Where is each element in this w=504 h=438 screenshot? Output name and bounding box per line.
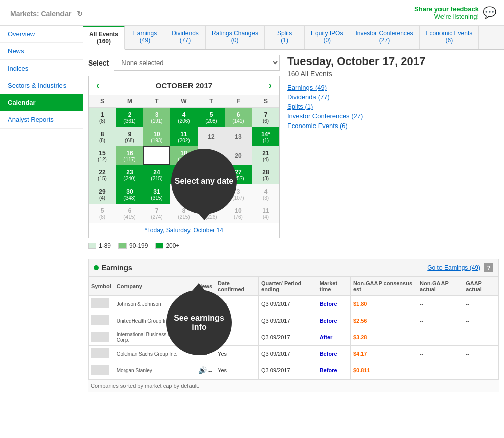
calendar-cell[interactable]: 7(274): [143, 204, 170, 223]
left-panel: Select None selected ‹ OCTOBER 2017 ›: [88, 55, 280, 254]
tab-earnings[interactable]: Earnings (49): [125, 26, 165, 49]
refresh-icon[interactable]: ↻: [77, 10, 83, 18]
calendar-cell[interactable]: 11(202): [170, 127, 198, 146]
sidebar-item-analyst[interactable]: Analyst Reports: [0, 111, 83, 129]
today-link[interactable]: *Today, Saturday, October 14: [145, 227, 223, 234]
legend-box-low: [88, 243, 96, 249]
economic-events-link[interactable]: Economic Events (6): [287, 122, 499, 130]
calendar-cell[interactable]: 22(15): [89, 165, 116, 184]
green-dot-icon: [94, 265, 99, 270]
calendar-cell[interactable]: 6(415): [116, 204, 143, 223]
calendar-cell[interactable]: 12: [198, 127, 225, 146]
sidebar-item-news[interactable]: News: [0, 43, 83, 60]
tab-all-events[interactable]: All Events (160): [83, 26, 125, 50]
quarter-cell: Q3 09/2017: [259, 346, 317, 362]
calendar-cell[interactable]: 23(240): [116, 165, 143, 184]
sidebar-item-sectors[interactable]: Sectors & Industries: [0, 77, 83, 94]
symbol-cell: [89, 296, 114, 312]
calendar-cell[interactable]: 6(141): [225, 108, 252, 127]
col-symbol: Symbol: [89, 277, 114, 296]
calendar-cell[interactable]: 1(8): [89, 108, 116, 127]
calendar-cell[interactable]: 7(6): [252, 108, 279, 127]
day-header-thu: T: [198, 95, 225, 108]
legend-item-low: 1-89: [88, 242, 111, 249]
calendar-cell[interactable]: 10(193): [143, 127, 170, 146]
select-label: Select: [88, 59, 109, 67]
col-confirmed: Date confirmed: [215, 277, 259, 296]
table-row: Johnson & Johnson 🔊 -- Yes Q3 09/2017 Be…: [89, 296, 499, 312]
market-cell: Before: [317, 296, 350, 312]
main-content: All Events (160) Earnings (49) Dividends…: [83, 26, 504, 397]
col-quarter: Quarter/ Period ending: [259, 277, 317, 296]
earnings-link[interactable]: Earnings (49): [287, 84, 499, 91]
table-row: Goldman Sachs Group Inc. -- Yes Q3 09/20…: [89, 346, 499, 362]
earnings-info-tooltip: See earnings info: [166, 290, 232, 355]
calendar-cell[interactable]: 24(215): [143, 165, 170, 184]
calendar-cell[interactable]: 5(8): [89, 204, 116, 223]
tab-equity-ipos[interactable]: Equity IPOs (0): [305, 26, 349, 49]
calendar-cell[interactable]: 31(315): [143, 184, 170, 204]
page-header: Markets: Calendar ↻ Share your feedback …: [0, 0, 504, 26]
nongaap-cell: --: [417, 296, 463, 312]
calendar-cell[interactable]: 21(4): [252, 146, 279, 165]
consensus-cell: $3.28: [350, 329, 417, 346]
calendar-cell[interactable]: 14*(1): [252, 127, 279, 146]
market-cell: After: [317, 329, 350, 346]
calendar-cell[interactable]: 29(4): [89, 184, 116, 204]
col-market: Market time: [317, 277, 350, 296]
gaap-cell: --: [463, 346, 499, 362]
tab-ratings-changes[interactable]: Ratings Changes (0): [206, 26, 265, 49]
day-header-tue: T: [143, 95, 170, 108]
quarter-cell: Q3 09/2017: [259, 329, 317, 346]
calendar-cell[interactable]: 8(8): [89, 127, 116, 146]
sidebar-item-calendar[interactable]: Calendar: [0, 94, 83, 111]
dividends-link[interactable]: Dividends (77): [287, 93, 499, 101]
nongaap-cell: --: [417, 346, 463, 362]
calendar-cell[interactable]: 3(191): [143, 108, 170, 127]
col-nongaap: Non-GAAP actual: [417, 277, 463, 296]
tab-splits[interactable]: Splits (1): [265, 26, 305, 49]
gaap-cell: --: [463, 362, 499, 379]
calendar-cell[interactable]: 4(206): [170, 108, 198, 127]
calendar-cell[interactable]: 16(117): [116, 146, 143, 165]
help-button[interactable]: ?: [484, 263, 493, 272]
prev-month-button[interactable]: ‹: [96, 80, 99, 91]
next-month-button[interactable]: ›: [269, 80, 272, 91]
calendar-cell[interactable]: 4(3): [252, 184, 279, 204]
news-val: --: [208, 368, 212, 374]
feedback-button[interactable]: Share your feedback We're listening! 💬: [414, 5, 496, 20]
sidebar: Overview News Indices Sectors & Industri…: [0, 26, 83, 397]
calendar-cell[interactable]: 5(208): [198, 108, 225, 127]
sidebar-item-indices[interactable]: Indices: [0, 60, 83, 77]
calendar-cell[interactable]: 10(76): [225, 204, 252, 223]
tab-economic-events[interactable]: Economic Events (6): [420, 26, 479, 49]
calendar-grid: S M T W T F S: [89, 95, 279, 108]
legend-box-mid: [118, 243, 127, 249]
select-row: Select None selected: [88, 55, 280, 71]
symbol-cell: [89, 329, 114, 346]
gaap-cell: --: [463, 329, 499, 346]
market-cell: Before: [317, 312, 350, 329]
tab-dividends[interactable]: Dividends (77): [165, 26, 206, 49]
content-area: Select None selected ‹ OCTOBER 2017 ›: [83, 50, 504, 259]
calendar-cell[interactable]: 28(3): [252, 165, 279, 184]
investor-conferences-link[interactable]: Investor Conferences (27): [287, 112, 499, 120]
go-to-earnings-link[interactable]: Go to Earnings (49): [427, 264, 480, 271]
symbol-cell: [89, 312, 114, 329]
calendar-cell[interactable]: 9(68): [116, 127, 143, 146]
calendar-cell[interactable]: 11(4): [252, 204, 279, 223]
calendar-footer: *Today, Saturday, October 14: [89, 223, 279, 238]
calendar-cell[interactable]: 13: [225, 127, 252, 146]
splits-link[interactable]: Splits (1): [287, 103, 499, 110]
day-header-wed: W: [170, 95, 198, 108]
tab-investor-conferences[interactable]: Investor Conferences (27): [349, 26, 419, 49]
market-cell: Before: [317, 346, 350, 362]
sidebar-item-overview[interactable]: Overview: [0, 26, 83, 43]
earnings-table: Symbol Company News Date confirmed Quart…: [88, 277, 499, 379]
feedback-icon: 💬: [483, 6, 496, 19]
calendar-cell[interactable]: 2(361): [116, 108, 143, 127]
calendar-cell[interactable]: 30(348): [116, 184, 143, 204]
calendar-cell[interactable]: 17(160): [143, 146, 170, 165]
calendar-cell[interactable]: 15(12): [89, 146, 116, 165]
event-select[interactable]: None selected: [114, 55, 280, 71]
